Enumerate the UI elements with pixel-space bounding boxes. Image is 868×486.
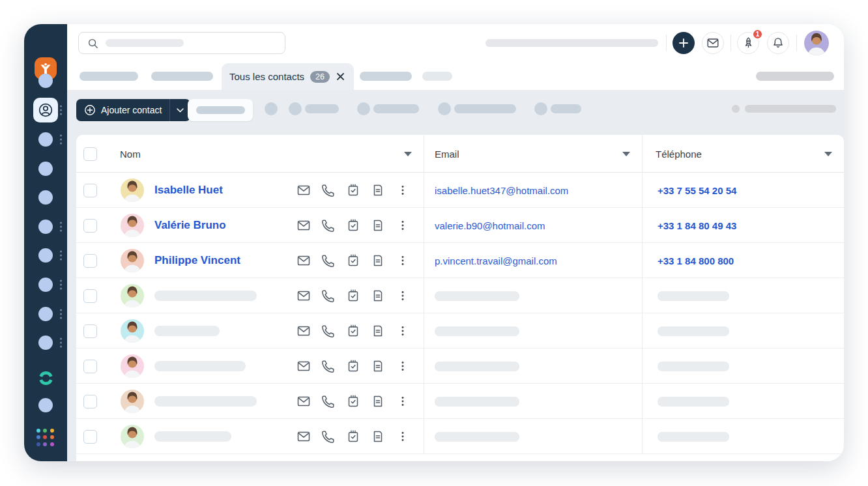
contact-avatar[interactable]: [121, 214, 144, 237]
row-checkbox[interactable]: [83, 289, 97, 303]
contact-email-link[interactable]: isabelle.huet347@hotmail.com: [424, 185, 568, 196]
contact-phone-link[interactable]: +33 7 55 54 20 54: [643, 185, 736, 196]
contact-avatar[interactable]: [121, 319, 144, 343]
add-note-button[interactable]: [370, 288, 386, 304]
add-task-button[interactable]: [345, 323, 361, 339]
add-note-button[interactable]: [370, 323, 386, 339]
item-kebab-icon[interactable]: [60, 222, 62, 232]
row-checkbox[interactable]: [83, 184, 97, 197]
more-options-button[interactable]: [395, 182, 411, 198]
sidebar-item-contacts[interactable]: [24, 98, 67, 122]
sidebar-item-circle-placeholder-3[interactable]: [24, 162, 67, 176]
more-options-button[interactable]: [395, 253, 411, 268]
send-email-button[interactable]: [296, 393, 311, 409]
sidebar-item-circle-placeholder-5[interactable]: [24, 220, 67, 234]
row-checkbox[interactable]: [83, 219, 97, 233]
tab-skeleton[interactable]: [80, 72, 138, 81]
send-email-button[interactable]: [296, 358, 311, 374]
contact-avatar[interactable]: [121, 179, 144, 202]
sidebar-item-circle-placeholder-0[interactable]: [24, 74, 67, 88]
call-button[interactable]: [321, 253, 336, 268]
sort-icon[interactable]: [824, 152, 832, 156]
row-checkbox[interactable]: [83, 360, 97, 373]
add-note-button[interactable]: [370, 393, 386, 409]
sidebar-item-circle-placeholder-8[interactable]: [24, 307, 67, 321]
contact-avatar[interactable]: [121, 249, 144, 272]
call-button[interactable]: [321, 358, 336, 374]
add-note-button[interactable]: [370, 253, 386, 268]
add-task-button[interactable]: [345, 288, 361, 304]
call-button[interactable]: [321, 182, 336, 198]
sidebar-item-circle-placeholder-6[interactable]: [24, 248, 67, 263]
add-task-button[interactable]: [345, 253, 361, 268]
header-email[interactable]: Email: [424, 135, 642, 173]
toolbar-control-skeleton[interactable]: [188, 99, 253, 121]
more-options-button[interactable]: [395, 323, 411, 339]
send-email-button[interactable]: [296, 323, 311, 339]
contact-avatar[interactable]: [121, 354, 144, 378]
item-kebab-icon[interactable]: [60, 338, 62, 348]
user-avatar[interactable]: [804, 31, 829, 55]
send-email-button[interactable]: [296, 253, 311, 268]
messages-button[interactable]: [702, 32, 724, 54]
sidebar-item-circle-placeholder-2[interactable]: [24, 132, 67, 147]
contact-name-link[interactable]: Isabelle Huet: [154, 184, 223, 197]
add-task-button[interactable]: [345, 429, 361, 444]
add-contact-button[interactable]: Ajouter contact: [76, 99, 190, 121]
tab-skeleton[interactable]: [151, 72, 213, 81]
notifications-button[interactable]: [767, 32, 789, 54]
tab-tous-les-contacts[interactable]: Tous les contacts 26: [222, 63, 354, 90]
sidebar-item-circle-placeholder-4[interactable]: [24, 190, 67, 205]
contact-phone-link[interactable]: +33 1 84 800 800: [643, 255, 734, 266]
row-checkbox[interactable]: [83, 324, 97, 338]
whats-new-button[interactable]: 1: [737, 32, 759, 54]
send-email-button[interactable]: [296, 429, 311, 444]
create-button[interactable]: [673, 32, 695, 54]
send-email-button[interactable]: [296, 218, 311, 233]
add-note-button[interactable]: [370, 218, 386, 233]
sidebar-item-circle-placeholder-7[interactable]: [24, 278, 67, 292]
search-input[interactable]: [78, 32, 285, 54]
item-kebab-icon[interactable]: [60, 106, 62, 115]
contact-avatar[interactable]: [121, 390, 144, 413]
select-all-checkbox[interactable]: [83, 147, 97, 161]
add-task-button[interactable]: [345, 358, 361, 374]
row-checkbox[interactable]: [83, 254, 97, 268]
contact-name-link[interactable]: Philippe Vincent: [154, 254, 240, 267]
contact-phone-link[interactable]: +33 1 84 80 49 43: [643, 220, 736, 231]
item-kebab-icon[interactable]: [60, 280, 62, 290]
more-options-button[interactable]: [395, 358, 411, 374]
call-button[interactable]: [321, 288, 336, 304]
send-email-button[interactable]: [296, 288, 311, 304]
send-email-button[interactable]: [296, 182, 311, 198]
more-options-button[interactable]: [395, 393, 411, 409]
more-options-button[interactable]: [395, 218, 411, 233]
contact-email-link[interactable]: p.vincent.travail@gmail.com: [424, 255, 557, 266]
add-note-button[interactable]: [370, 182, 386, 198]
call-button[interactable]: [321, 393, 336, 409]
contact-email-link[interactable]: valerie.b90@hotmail.com: [424, 220, 545, 231]
call-button[interactable]: [321, 429, 336, 444]
sidebar-item-sync-ring-10[interactable]: [24, 370, 67, 386]
row-checkbox[interactable]: [83, 430, 97, 444]
add-task-button[interactable]: [345, 393, 361, 409]
add-note-button[interactable]: [370, 358, 386, 374]
header-telephone[interactable]: Téléphone: [642, 135, 844, 173]
sort-icon[interactable]: [404, 152, 412, 156]
contact-name-link[interactable]: Valérie Bruno: [154, 219, 226, 232]
sidebar-item-circle-placeholder-11[interactable]: [24, 398, 67, 412]
tab-skeleton[interactable]: [360, 72, 412, 81]
tab-skeleton[interactable]: [422, 72, 452, 81]
more-options-button[interactable]: [395, 429, 411, 444]
call-button[interactable]: [321, 323, 336, 339]
contact-avatar[interactable]: [121, 284, 144, 307]
row-checkbox[interactable]: [83, 395, 97, 408]
header-nom[interactable]: Nom: [76, 135, 424, 173]
tab-close-button[interactable]: [336, 72, 346, 82]
item-kebab-icon[interactable]: [60, 135, 62, 145]
sidebar-item-apps-grid-12[interactable]: [24, 429, 67, 447]
sort-icon[interactable]: [622, 152, 630, 156]
call-button[interactable]: [321, 218, 336, 233]
add-task-button[interactable]: [345, 218, 361, 233]
add-task-button[interactable]: [345, 182, 361, 198]
